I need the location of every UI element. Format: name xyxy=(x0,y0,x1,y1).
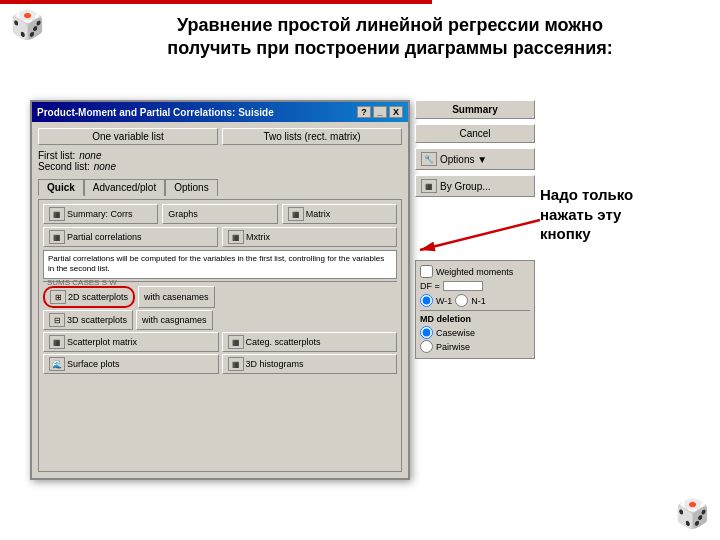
close-button[interactable]: X xyxy=(389,106,403,118)
minimize-button[interactable]: _ xyxy=(373,106,387,118)
help-button[interactable]: ? xyxy=(357,106,371,118)
pairwise-row: Pairwise xyxy=(420,340,530,353)
hist-3d-icon: ▦ xyxy=(228,357,244,371)
casenames-1-button[interactable]: with casenames xyxy=(138,286,215,308)
df-value xyxy=(443,281,483,291)
tab-options[interactable]: Options xyxy=(165,179,217,196)
scatter-3d-icon: ⊟ xyxy=(49,313,65,327)
casewise-radio[interactable] xyxy=(420,326,433,339)
categ-scatter-icon: ▦ xyxy=(228,335,244,349)
matrix-button[interactable]: ▦ Matrix xyxy=(282,204,397,224)
heading-line1: Уравнение простой линейной регрессии мож… xyxy=(80,14,700,37)
by-group-button[interactable]: ▦ By Group... xyxy=(415,175,535,197)
inner-btns-row1: ▦ Summary: Corrs Graphs ▦ Matrix xyxy=(43,204,397,224)
surface-button[interactable]: 🌊 Surface plots xyxy=(43,354,219,374)
list-labels: First list: none Second list: none xyxy=(38,150,402,172)
bottom-plots-row: ▦ Scatterplot matrix ▦ Categ. scatterplo… xyxy=(43,332,397,352)
two-lists-button[interactable]: Two lists (rect. matrix) xyxy=(222,128,402,145)
by-group-icon: ▦ xyxy=(421,179,437,193)
weighted-moments-row: Weighted moments xyxy=(420,265,530,278)
scatter-3d-button[interactable]: ⊟ 3D scatterplots xyxy=(43,310,133,330)
heading-line2: получить при построении диаграммы рассея… xyxy=(80,37,700,60)
dialog-window: Product-Moment and Partial Correlations:… xyxy=(30,100,410,480)
tabs-row: Quick Advanced/plot Options xyxy=(38,179,402,196)
partial-icon: ▦ xyxy=(49,230,65,244)
hist-3d-button[interactable]: ▦ 3D histograms xyxy=(222,354,398,374)
dialog-titlebar: Product-Moment and Partial Correlations:… xyxy=(32,102,408,122)
titlebar-buttons: ? _ X xyxy=(357,106,403,118)
radio-w1-label: W-1 xyxy=(436,296,452,306)
weighted-moments-label: Weighted moments xyxy=(436,267,513,277)
right-panel: Summary Cancel 🔧 Options ▼ ▦ By Group... xyxy=(415,100,535,197)
scatter-matrix-button[interactable]: ▦ Scatterplot matrix xyxy=(43,332,219,352)
matrix-icon: ▦ xyxy=(288,207,304,221)
scatter-2d-button[interactable]: ⊞ 2D scatterplots xyxy=(43,286,135,308)
by-group-label: By Group... xyxy=(440,181,491,192)
df-label: DF = xyxy=(420,281,440,291)
bottom-plots-row2: 🌊 Surface plots ▦ 3D histograms xyxy=(43,354,397,374)
scatter-matrix-icon: ▦ xyxy=(49,335,65,349)
annotation-line3: кнопку xyxy=(540,224,700,244)
casewise-label: Casewise xyxy=(436,328,475,338)
first-list-line: First list: none xyxy=(38,150,402,161)
scatter-3d-label: 3D scatterplots xyxy=(67,315,127,325)
options-label: Options ▼ xyxy=(440,154,487,165)
summary-button[interactable]: Summary xyxy=(415,100,535,119)
sub-panel: Weighted moments DF = W-1 N-1 MD deletio… xyxy=(415,260,535,359)
tab-advanced[interactable]: Advanced/plot xyxy=(84,179,165,196)
categ-scatter-label: Categ. scatterplots xyxy=(246,337,321,347)
scatter-2d-row: ⊞ 2D scatterplots with casenames xyxy=(43,286,397,308)
mxtrix-label: Mxtrix xyxy=(246,232,270,242)
one-variable-list-button[interactable]: One variable list xyxy=(38,128,218,145)
partial-corr-button[interactable]: ▦ Partial correlations xyxy=(43,227,218,247)
md-section: MD deletion Casewise Pairwise xyxy=(420,310,530,353)
mxtrix-button[interactable]: ▦ Mxtrix xyxy=(222,227,397,247)
radio-w1-row: W-1 N-1 xyxy=(420,294,530,307)
scatter-2d-icon: ⊞ xyxy=(50,290,66,304)
df-row: DF = xyxy=(420,281,530,291)
pairwise-radio[interactable] xyxy=(420,340,433,353)
second-list-label: Second list: xyxy=(38,161,90,172)
dialog-content: One variable list Two lists (rect. matri… xyxy=(32,122,408,478)
summary-icon: ▦ xyxy=(49,207,65,221)
pairwise-label: Pairwise xyxy=(436,342,470,352)
strip-area: SUMS CASES S W xyxy=(43,281,397,284)
scatter-3d-row: ⊟ 3D scatterplots with casgnames xyxy=(43,310,397,330)
partial-corr-label: Partial correlations xyxy=(67,232,142,242)
second-list-line: Second list: none xyxy=(38,161,402,172)
casewise-row: Casewise xyxy=(420,326,530,339)
weighted-moments-checkbox[interactable] xyxy=(420,265,433,278)
surface-label: Surface plots xyxy=(67,359,120,369)
first-list-label: First list: xyxy=(38,150,75,161)
tab-quick[interactable]: Quick xyxy=(38,179,84,196)
list-type-row: One variable list Two lists (rect. matri… xyxy=(38,128,402,145)
md-deletion-label: MD deletion xyxy=(420,314,530,324)
annotation: Надо только нажать эту кнопку xyxy=(540,185,700,244)
scatter-matrix-label: Scatterplot matrix xyxy=(67,337,137,347)
options-icon: 🔧 xyxy=(421,152,437,166)
warning-text: Partial correlations will be computed fo… xyxy=(43,250,397,279)
mxtrix-icon: ▦ xyxy=(228,230,244,244)
graphs-button[interactable]: Graphs xyxy=(162,204,277,224)
casenames-2-button[interactable]: with casgnames xyxy=(136,310,213,330)
first-list-value: none xyxy=(79,150,101,161)
cancel-button[interactable]: Cancel xyxy=(415,124,535,143)
dice-icon: 🎲 xyxy=(10,8,45,41)
dialog-title: Product-Moment and Partial Correlations:… xyxy=(37,107,274,118)
second-list-value: none xyxy=(94,161,116,172)
annotation-line1: Надо только xyxy=(540,185,700,205)
matrix-label: Matrix xyxy=(306,209,331,219)
radio-n1[interactable] xyxy=(455,294,468,307)
graphs-label: Graphs xyxy=(168,209,198,219)
radio-w1[interactable] xyxy=(420,294,433,307)
bottom-dice-icon: 🎲 xyxy=(675,497,710,530)
categ-scatter-button[interactable]: ▦ Categ. scatterplots xyxy=(222,332,398,352)
surface-icon: 🌊 xyxy=(49,357,65,371)
summary-corrs-button[interactable]: ▦ Summary: Corrs xyxy=(43,204,158,224)
top-decorative-line xyxy=(0,0,720,4)
hist-3d-label: 3D histograms xyxy=(246,359,304,369)
scatter-2d-label: 2D scatterplots xyxy=(68,292,128,302)
options-button[interactable]: 🔧 Options ▼ xyxy=(415,148,535,170)
summary-label: Summary: Corrs xyxy=(67,209,133,219)
inner-btns-row2: ▦ Partial correlations ▦ Mxtrix xyxy=(43,227,397,247)
